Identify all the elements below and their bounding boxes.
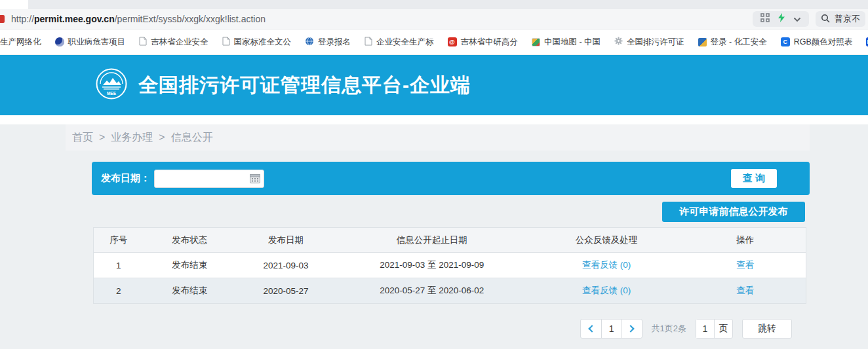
bookmark-item[interactable]: 职业病危害项目 <box>55 37 126 48</box>
url-path: /permitExt/syssb/xxgk/xxgk!list.action <box>115 14 266 24</box>
goto-unit-label: 页 <box>714 320 732 338</box>
goto-group: 页 <box>696 319 733 339</box>
date-input-wrap <box>154 170 264 188</box>
cell-date: 2020-05-27 <box>236 278 336 304</box>
bookmark-label: 生产网络化 <box>0 37 41 48</box>
url-domain: permit.mee.gov.cn <box>34 14 115 24</box>
table-row: 1 发布结束 2021-09-03 2021-09-03 至 2021-09-0… <box>94 253 806 278</box>
bookmark-item[interactable]: 吉林省企业安全 <box>139 37 208 48</box>
gear-icon <box>614 37 623 47</box>
grid-icon[interactable] <box>760 13 770 25</box>
filter-panel: 发布日期： 查 询 <box>92 162 810 195</box>
browser-tab-strip <box>0 0 868 9</box>
bookmark-label: 全国排污许可证 <box>627 37 684 48</box>
next-page-button[interactable] <box>621 320 642 338</box>
cell-range: 2020-05-27 至 2020-06-02 <box>336 278 528 304</box>
bookmark-label: 吉林省企业安全 <box>151 37 208 48</box>
bookmark-label: 职业病危害项目 <box>68 37 126 48</box>
lightning-icon[interactable] <box>778 13 785 25</box>
prev-page-button[interactable] <box>581 320 601 338</box>
view-feedback-link[interactable]: 查看反馈 (0) <box>582 260 631 270</box>
site-header: MEE 全国排污许可证管理信息平台-企业端 <box>0 55 868 115</box>
bookmark-item[interactable]: 企业安全生产标 <box>365 37 434 48</box>
breadcrumb-business[interactable]: 业务办理 <box>111 131 153 145</box>
table-header-row: 序号 发布状态 发布日期 信息公开起止日期 公众反馈及处理 操作 <box>94 228 806 253</box>
cell-status: 发布结束 <box>144 253 236 278</box>
bookmark-item[interactable]: 中国地图 - 中国 <box>532 37 601 48</box>
bookmark-label: 企业安全生产标 <box>376 37 434 48</box>
document-icon <box>222 37 230 48</box>
col-status: 发布状态 <box>144 228 236 253</box>
at-icon: @ <box>448 37 457 46</box>
bookmarks-bar: 生产网络化 职业病危害项目 吉林省企业安全 国家标准全文公 登录报名 企业安全生… <box>0 29 868 55</box>
page-body: 首页 > 业务办理 > 信息公开 发布日期： 查 询 许可申请前信息公开发布 <box>0 115 868 349</box>
table-row: 2 发布结束 2020-05-27 2020-05-27 至 2020-06-0… <box>94 278 806 304</box>
url-text[interactable]: http://permit.mee.gov.cn/permitExt/syssb… <box>11 14 266 24</box>
breadcrumb-separator: > <box>159 132 165 143</box>
browser-url-bar: http://permit.mee.gov.cn/permitExt/syssb… <box>0 9 868 29</box>
disclosure-table: 序号 发布状态 发布日期 信息公开起止日期 公众反馈及处理 操作 1 发布结束 … <box>93 227 806 304</box>
pagination: 1 共1页2条 页 跳转 <box>580 319 792 339</box>
breadcrumb-current: 信息公开 <box>171 131 213 145</box>
goto-page-input[interactable] <box>696 320 714 338</box>
bookmark-item[interactable]: 国家标准全文公 <box>222 37 292 48</box>
publish-date-input[interactable] <box>154 170 264 188</box>
breadcrumb-separator: > <box>99 132 105 143</box>
query-button[interactable]: 查 询 <box>731 169 777 188</box>
globe-icon <box>305 37 314 48</box>
bookmark-label: 国家标准全文公 <box>234 37 292 48</box>
jump-button[interactable]: 跳转 <box>742 319 792 339</box>
bookmark-item[interactable]: C RGB颜色对照表 <box>781 37 853 48</box>
document-icon <box>139 37 147 48</box>
bookmark-label: RGB颜色对照表 <box>794 37 853 48</box>
browser-search-box[interactable]: 普京不 <box>816 11 865 27</box>
pager-group: 1 <box>580 319 642 339</box>
view-link[interactable]: 查看 <box>736 260 754 270</box>
pager-summary: 共1页2条 <box>652 323 686 335</box>
col-action: 操作 <box>685 228 806 253</box>
cell-status: 发布结束 <box>144 278 236 304</box>
bookmark-item[interactable]: 全国排污许可证 <box>614 37 684 48</box>
active-tab[interactable] <box>0 0 28 9</box>
bird-icon <box>55 37 64 46</box>
view-feedback-link[interactable]: 查看反馈 (0) <box>582 285 631 295</box>
document-icon <box>365 37 372 48</box>
partial-site-icon <box>0 15 5 23</box>
col-range: 信息公开起止日期 <box>336 228 528 253</box>
svg-text:MEE: MEE <box>107 91 117 96</box>
bookmark-item[interactable]: 登录 - 化工安全 <box>698 37 767 48</box>
puzzle-icon <box>698 38 707 46</box>
bookmark-label: 吉林省中研高分 <box>461 37 519 48</box>
bookmark-label: 登录 - 化工安全 <box>711 37 767 48</box>
chevron-right-icon <box>627 325 634 332</box>
mee-logo-icon: MEE <box>95 67 128 103</box>
search-icon <box>821 14 830 25</box>
page-title: 全国排污许可证管理信息平台-企业端 <box>138 72 471 99</box>
browser-extensions-pill <box>753 11 809 27</box>
breadcrumb-home[interactable]: 首页 <box>72 131 93 145</box>
cell-range: 2021-09-03 至 2021-09-09 <box>336 253 528 278</box>
chevron-down-icon[interactable] <box>793 13 801 25</box>
cell-index: 1 <box>94 253 144 278</box>
c-logo-icon: C <box>781 37 790 46</box>
col-date: 发布日期 <box>236 228 336 253</box>
view-link[interactable]: 查看 <box>736 285 754 295</box>
cell-date: 2021-09-03 <box>236 253 336 278</box>
bookmark-label: 中国地图 - 中国 <box>544 37 601 48</box>
search-text: 普京不 <box>835 13 860 25</box>
url-prefix: http:// <box>11 14 34 24</box>
publish-date-label: 发布日期： <box>101 172 150 185</box>
chevron-left-icon <box>588 325 595 332</box>
bookmark-item[interactable]: 生产网络化 <box>0 37 41 48</box>
col-feedback: 公众反馈及处理 <box>528 228 685 253</box>
calendar-icon[interactable] <box>250 174 260 183</box>
header-gap <box>0 115 868 124</box>
bookmark-item[interactable]: 登录报名 <box>305 37 351 48</box>
cell-index: 2 <box>94 278 144 304</box>
col-index: 序号 <box>94 228 144 253</box>
breadcrumb: 首页 > 业务办理 > 信息公开 <box>66 124 810 151</box>
bookmark-label: 登录报名 <box>318 37 351 48</box>
pre-permit-publish-button[interactable]: 许可申请前信息公开发布 <box>662 202 805 222</box>
current-page-button[interactable]: 1 <box>601 320 621 338</box>
bookmark-item[interactable]: @ 吉林省中研高分 <box>448 37 519 48</box>
